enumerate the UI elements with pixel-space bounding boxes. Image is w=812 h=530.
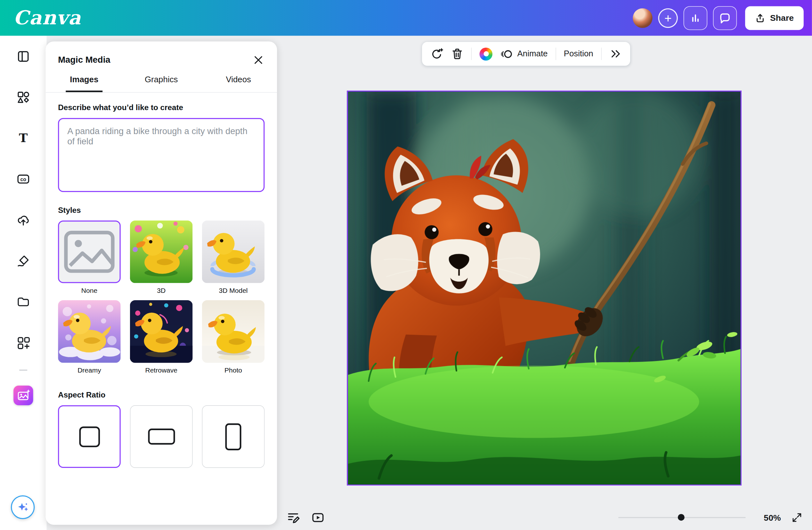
animate-button[interactable]: Animate: [500, 47, 548, 60]
fullscreen-button[interactable]: [791, 512, 803, 523]
red-panda-image: [348, 91, 741, 484]
chat-icon: [719, 12, 731, 24]
aspect-option-portrait[interactable]: [202, 405, 265, 468]
svg-text:T: T: [19, 132, 28, 145]
magic-media-panel: Magic Media Images Graphics Videos Descr…: [45, 41, 277, 525]
describe-heading: Describe what you’d like to create: [58, 103, 264, 112]
brand-icon: co: [17, 173, 30, 186]
topbar: Canva + Shar: [0, 0, 812, 36]
chat-button[interactable]: [713, 6, 737, 30]
zoom-level[interactable]: 50%: [758, 513, 781, 522]
fullscreen-icon: [791, 512, 803, 523]
notes-button[interactable]: [286, 511, 300, 524]
style-thumb-photo[interactable]: [202, 300, 265, 363]
sidebar-item-text[interactable]: T: [17, 132, 30, 145]
sidebar-item-design[interactable]: [17, 49, 30, 63]
present-button[interactable]: [311, 511, 325, 524]
aspect-ratio-heading: Aspect Ratio: [58, 390, 264, 399]
style-option-photo[interactable]: Photo: [202, 300, 265, 380]
style-label: Dreamy: [77, 366, 101, 374]
aspect-option-landscape[interactable]: [130, 405, 193, 468]
projects-icon: [17, 295, 30, 309]
magic-media-app-icon: [16, 388, 30, 403]
text-icon: T: [17, 132, 30, 145]
duck-3d-model-thumb: [202, 221, 265, 283]
zoom-slider-thumb[interactable]: [678, 514, 684, 521]
selected-image[interactable]: [347, 91, 742, 486]
style-label: Photo: [224, 366, 242, 374]
tab-videos[interactable]: Videos: [200, 74, 277, 92]
toolbar-divider: [471, 48, 472, 60]
style-label: 3D Model: [219, 287, 248, 294]
style-option-dreamy[interactable]: Dreamy: [58, 300, 121, 380]
assistant-button[interactable]: [11, 496, 34, 519]
styles-grid: None: [58, 221, 264, 380]
position-button[interactable]: Position: [564, 49, 593, 59]
animate-icon: [500, 47, 513, 60]
share-icon: [755, 13, 765, 23]
uploads-icon: [17, 213, 30, 226]
panel-tabs: Images Graphics Videos: [45, 74, 277, 92]
style-option-3d[interactable]: 3D: [130, 221, 193, 300]
draw-icon: [17, 254, 30, 268]
style-thumb-3d[interactable]: [130, 221, 193, 283]
style-thumb-none[interactable]: [58, 221, 121, 283]
style-option-none[interactable]: None: [58, 221, 121, 300]
landscape-ratio-icon: [148, 429, 175, 444]
more-tools-button[interactable]: [609, 48, 622, 60]
aspect-option-square[interactable]: [58, 405, 121, 468]
toolbar-divider: [555, 48, 556, 60]
panel-title: Magic Media: [58, 55, 110, 65]
regenerate-icon: [430, 47, 443, 60]
elements-icon: [17, 91, 30, 104]
avatar[interactable]: [633, 8, 652, 28]
style-thumb-3d-model[interactable]: [202, 221, 265, 283]
share-button[interactable]: Share: [745, 6, 804, 30]
style-thumb-dreamy[interactable]: [58, 300, 121, 363]
notes-icon: [286, 511, 300, 524]
portrait-ratio-icon: [225, 423, 241, 450]
delete-button[interactable]: [451, 48, 464, 60]
present-icon: [311, 511, 325, 524]
style-thumb-retrowave[interactable]: [130, 300, 193, 363]
duck-retrowave-thumb: [130, 300, 193, 363]
prompt-input[interactable]: [58, 118, 264, 192]
insights-button[interactable]: [684, 6, 707, 30]
aspect-ratio-grid: [58, 405, 264, 468]
design-icon: [17, 49, 30, 63]
close-icon: [252, 55, 264, 66]
sidebar-divider: [19, 370, 28, 371]
toolbar-divider: [601, 48, 601, 60]
share-label: Share: [770, 13, 794, 23]
canva-logo[interactable]: Canva: [13, 8, 81, 28]
close-panel-button[interactable]: [252, 54, 265, 66]
tab-images[interactable]: Images: [45, 74, 122, 92]
sidebar-item-apps[interactable]: [17, 336, 30, 350]
regenerate-button[interactable]: [430, 47, 443, 60]
sidebar: T co: [0, 36, 47, 530]
sidebar-item-draw[interactable]: [17, 254, 30, 268]
trash-icon: [451, 48, 464, 60]
color-wheel-button[interactable]: [480, 47, 492, 60]
sidebar-item-brand[interactable]: co: [17, 173, 30, 186]
sidebar-item-uploads[interactable]: [17, 213, 30, 226]
style-option-3d-model[interactable]: 3D Model: [202, 221, 265, 300]
style-label: Retrowave: [145, 366, 177, 374]
position-label: Position: [564, 49, 593, 59]
canva-app: Canva + Shar: [0, 0, 812, 530]
style-label: None: [81, 287, 97, 294]
topbar-actions: + Share: [633, 6, 803, 30]
sidebar-item-projects[interactable]: [17, 295, 30, 309]
sidebar-item-magic-media[interactable]: [13, 386, 33, 405]
style-label: 3D: [157, 287, 165, 294]
duck-3d-thumb: [130, 221, 193, 283]
sidebar-item-elements[interactable]: [17, 91, 30, 104]
style-option-retrowave[interactable]: Retrowave: [130, 300, 193, 380]
apps-icon: [17, 336, 30, 350]
image-placeholder-icon: [59, 221, 119, 282]
styles-heading: Styles: [58, 205, 264, 214]
zoom-slider[interactable]: [618, 517, 746, 518]
assistant-icon: [16, 501, 29, 514]
tab-graphics[interactable]: Graphics: [122, 74, 200, 92]
add-member-button[interactable]: +: [658, 8, 678, 28]
